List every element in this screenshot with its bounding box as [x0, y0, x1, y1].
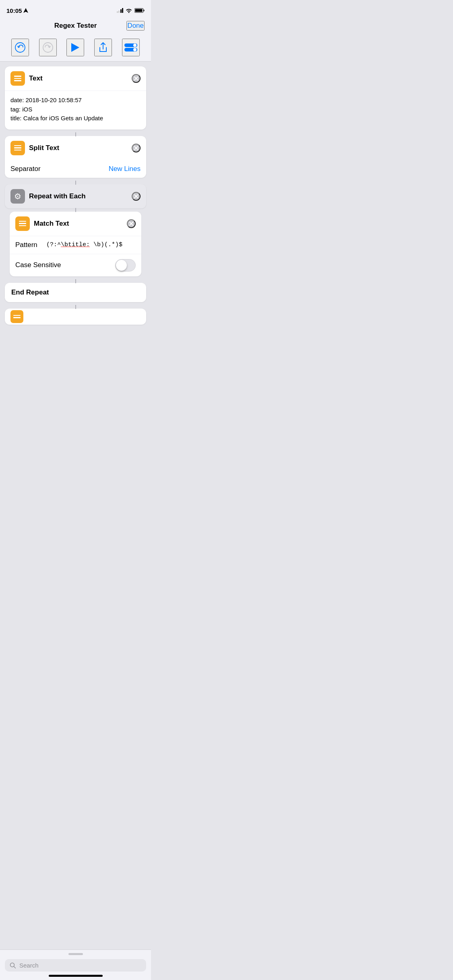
- pattern-label: Pattern: [15, 241, 41, 249]
- nested-block: Match Text Pattern (?:^\btitle: \b)(.*)$: [10, 212, 141, 276]
- match-text-card-icon: [15, 216, 30, 231]
- pattern-underlined: \btitle:: [61, 241, 90, 248]
- toggle-thumb: [116, 260, 127, 271]
- settings-toggle-icon: [124, 43, 137, 52]
- location-icon: [23, 8, 28, 13]
- case-sensitive-toggle[interactable]: [115, 259, 136, 272]
- done-button[interactable]: Done: [126, 21, 145, 31]
- settings-button[interactable]: [122, 39, 140, 56]
- close-icon: [134, 76, 138, 80]
- redo-icon: [42, 42, 54, 53]
- lines-icon-2: [13, 144, 22, 152]
- lines-icon-3: [18, 220, 27, 227]
- partial-card-icon: [10, 310, 23, 323]
- gear-icon: ⚙: [14, 191, 21, 201]
- nav-bar: Regex Tester Done: [0, 18, 151, 35]
- end-repeat-label: End Repeat: [11, 288, 49, 296]
- status-time: 10:05: [6, 7, 28, 14]
- split-text-card-icon: [10, 141, 25, 155]
- separator-row[interactable]: Separator New Lines: [5, 160, 146, 178]
- status-icons: [117, 8, 145, 13]
- match-text-card: Match Text Pattern (?:^\btitle: \b)(.*)$: [10, 212, 141, 276]
- lines-icon: [13, 75, 22, 82]
- play-icon: [71, 43, 79, 52]
- separator-label: Separator: [10, 165, 41, 173]
- time-display: 10:05: [6, 7, 22, 14]
- svg-point-4: [43, 43, 53, 52]
- split-text-card-close[interactable]: [132, 144, 141, 152]
- repeat-card-close[interactable]: [132, 192, 141, 201]
- nav-title: Regex Tester: [54, 22, 97, 30]
- lines-icon-4: [12, 314, 21, 319]
- signal-icon: [117, 8, 124, 13]
- svg-rect-1: [144, 10, 145, 11]
- play-button[interactable]: [66, 39, 84, 56]
- case-sensitive-row[interactable]: Case Sensitive: [10, 254, 141, 276]
- repeat-card-icon: ⚙: [10, 189, 25, 204]
- separator-value: New Lines: [109, 165, 141, 173]
- repeat-card-title: Repeat with Each: [29, 192, 86, 200]
- pattern-row[interactable]: Pattern (?:^\btitle: \b)(.*)$: [10, 236, 141, 254]
- status-bar: 10:05: [0, 0, 151, 18]
- end-repeat-card: End Repeat: [5, 283, 146, 302]
- share-button[interactable]: [94, 39, 112, 56]
- svg-point-3: [15, 43, 25, 52]
- split-text-card: Split Text Separator New Lines: [5, 136, 146, 178]
- text-card: Text date: 2018-10-20 10:58:57 tag: iOS …: [5, 66, 146, 130]
- toolbar: [0, 35, 151, 62]
- close-icon-4: [129, 222, 133, 226]
- text-card-title: Text: [29, 74, 43, 82]
- match-text-card-close[interactable]: [127, 219, 136, 228]
- match-text-card-title: Match Text: [34, 220, 69, 228]
- close-icon-2: [134, 146, 138, 150]
- wifi-icon: [126, 8, 132, 13]
- undo-icon: [14, 42, 26, 53]
- share-icon: [98, 42, 108, 53]
- redo-button[interactable]: [39, 39, 57, 56]
- pattern-value: (?:^\btitle: \b)(.*)$: [46, 241, 122, 248]
- text-card-close[interactable]: [132, 74, 141, 83]
- split-text-card-title: Split Text: [29, 144, 59, 152]
- text-card-content: date: 2018-10-20 10:58:57 tag: iOS title…: [10, 96, 141, 123]
- partial-visible-card: [5, 309, 146, 325]
- case-sensitive-label: Case Sensitive: [15, 261, 61, 269]
- svg-point-6: [133, 44, 137, 47]
- battery-icon: [134, 8, 145, 13]
- text-card-header: Text: [5, 66, 146, 91]
- svg-point-8: [133, 48, 137, 51]
- match-text-card-header: Match Text: [10, 212, 141, 236]
- text-card-body: date: 2018-10-20 10:58:57 tag: iOS title…: [5, 91, 146, 130]
- split-text-card-header: Split Text: [5, 136, 146, 160]
- text-card-icon: [10, 71, 25, 86]
- repeat-card-header: ⚙ Repeat with Each: [5, 184, 146, 208]
- svg-rect-2: [135, 9, 143, 12]
- main-content: Text date: 2018-10-20 10:58:57 tag: iOS …: [0, 62, 151, 325]
- repeat-card: ⚙ Repeat with Each: [5, 184, 146, 208]
- close-icon-3: [134, 194, 138, 198]
- undo-button[interactable]: [11, 39, 29, 56]
